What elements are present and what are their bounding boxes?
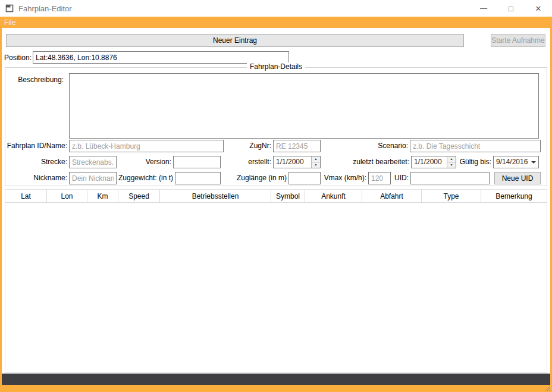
window-controls: — □ ✕ (470, 0, 552, 17)
spinner-up-icon[interactable]: ▲ (312, 156, 320, 162)
vmax-input[interactable] (368, 172, 391, 184)
column-header-lat[interactable]: Lat (5, 190, 47, 202)
resize-grip[interactable] (544, 385, 551, 391)
uid-label: UID: (392, 172, 409, 184)
app-icon (5, 4, 14, 12)
version-label: Version: (109, 156, 171, 168)
beschreibung-textarea[interactable] (69, 73, 539, 139)
menu-item-file[interactable]: File (0, 17, 20, 28)
gueltig-bis-label: Gültig bis: (440, 156, 491, 168)
erstellt-spin-buttons: ▲ ▼ (311, 156, 320, 168)
fahrplan-details-group: Fahrplan-Details Beschreibung: Fahrplan … (5, 67, 547, 186)
erstellt-spinner[interactable]: 1/1/2000 ▲ ▼ (273, 156, 321, 168)
column-header-betriebsstellen[interactable]: Betriebsstellen (160, 190, 271, 202)
scenario-label: Scenario: (338, 140, 408, 152)
close-button[interactable]: ✕ (525, 0, 552, 17)
start-recording-button[interactable]: Starte Aufnahme (491, 34, 545, 47)
zuletzt-bearbeitet-label: zuletzt bearbeitet: (338, 156, 409, 168)
column-header-bemerkung[interactable]: Bemerkung (481, 190, 547, 202)
column-header-abfahrt[interactable]: Abfahrt (362, 190, 422, 202)
gueltig-bis-value: 9/14/2016 (494, 156, 529, 168)
table-body (5, 203, 547, 372)
new-entry-button[interactable]: Neuer Eintrag (6, 34, 464, 47)
beschreibung-label: Beschreibung: (14, 74, 64, 86)
strecke-label: Strecke: (5, 156, 67, 168)
column-header-symbol[interactable]: Symbol (271, 190, 305, 202)
minimize-button[interactable]: — (470, 0, 497, 17)
neue-uid-button[interactable]: Neue UID (494, 172, 541, 184)
vmax-label: Vmax (km/h): (324, 172, 366, 184)
column-header-speed[interactable]: Speed (118, 190, 160, 202)
titlebar: Fahrplan-Editor — □ ✕ (0, 0, 552, 17)
group-title: Fahrplan-Details (247, 62, 305, 71)
zuglaenge-label: Zuglänge (in m) (222, 172, 287, 184)
zuggewicht-input[interactable] (175, 172, 221, 184)
column-header-ankunft[interactable]: Ankunft (305, 190, 362, 202)
chevron-down-icon[interactable] (529, 156, 538, 168)
erstellt-value[interactable]: 1/1/2000 (274, 156, 311, 168)
maximize-button[interactable]: □ (497, 0, 525, 17)
nickname-label: Nickname: (5, 172, 67, 184)
column-header-type[interactable]: Type (422, 190, 481, 202)
scenario-input[interactable] (410, 140, 541, 152)
status-panel (2, 374, 550, 385)
fahrplan-id-label: Fahrplan ID/Name: (5, 140, 67, 152)
position-input[interactable] (33, 51, 289, 64)
spinner-down-icon[interactable]: ▼ (312, 162, 320, 168)
zuggewicht-label: Zuggewicht: (in t) (101, 172, 173, 184)
erstellt-label: erstellt: (208, 156, 271, 168)
zugnr-label: ZugNr: (214, 140, 271, 152)
fahrplan-id-input[interactable] (69, 140, 224, 152)
menubar: File (0, 17, 552, 28)
position-label: Position: (4, 52, 32, 64)
gueltig-bis-dropdown[interactable]: 9/14/2016 (493, 156, 539, 168)
uid-input[interactable] (410, 172, 490, 184)
main-content: Neuer Eintrag Starte Aufnahme Position: … (2, 28, 550, 374)
table-header: Lat Lon Km Speed Betriebsstellen Symbol … (5, 190, 547, 203)
zuglaenge-input[interactable] (288, 172, 321, 184)
fahrplan-editor-window: Fahrplan-Editor — □ ✕ File Neuer Eintrag… (0, 0, 552, 392)
zugnr-input[interactable] (273, 140, 321, 152)
window-title: Fahrplan-Editor (18, 4, 72, 13)
column-header-lon[interactable]: Lon (47, 190, 87, 202)
timetable-list: Lat Lon Km Speed Betriebsstellen Symbol … (5, 189, 547, 373)
column-header-km[interactable]: Km (87, 190, 118, 202)
